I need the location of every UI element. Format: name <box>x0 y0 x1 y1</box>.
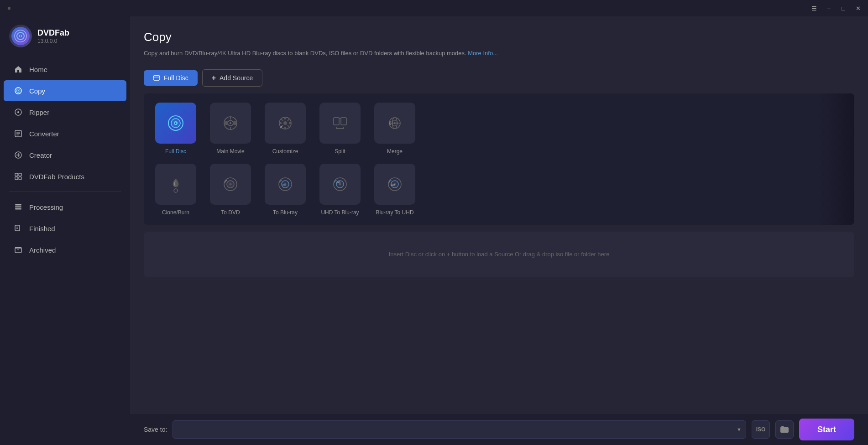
svg-rect-43 <box>233 121 236 125</box>
mode-label-to-blu-ray: To Blu-ray <box>273 209 298 216</box>
svg-rect-48 <box>279 122 282 124</box>
svg-rect-50 <box>334 118 339 125</box>
svg-text:UHD: UHD <box>336 181 340 184</box>
processing-icon <box>14 202 23 212</box>
home-icon <box>14 65 23 74</box>
mode-panel: Full Disc <box>144 93 854 225</box>
svg-rect-21 <box>15 207 21 208</box>
sidebar-item-label-creator: Creator <box>29 151 52 159</box>
mode-item-merge[interactable]: Merge <box>372 103 418 155</box>
mode-icon-clone-burn <box>155 164 196 205</box>
drop-zone-text: Insert Disc or click on + button to load… <box>389 251 610 258</box>
sidebar-item-label-home: Home <box>29 66 47 73</box>
mode-item-blu-ray-to-uhd[interactable]: UHD Blu-ray To UHD <box>372 164 418 216</box>
sidebar-item-archived[interactable]: Archived <box>4 239 126 260</box>
svg-rect-20 <box>15 204 21 206</box>
logo-text: DVDFab 13.0.0.0 <box>37 28 69 44</box>
sidebar-item-label-archived: Archived <box>29 246 56 254</box>
ripper-icon <box>14 108 23 117</box>
mode-icon-main-movie <box>210 103 251 144</box>
toolbar: Full Disc + Add Source <box>130 65 868 87</box>
svg-point-34 <box>175 122 177 124</box>
logo-icon <box>9 25 32 47</box>
content-header: Copy Copy and burn DVD/Blu-ray/4K Ultra … <box>130 16 868 65</box>
converter-icon <box>14 129 23 138</box>
start-button[interactable]: Start <box>799 419 854 440</box>
sidebar-item-converter[interactable]: Converter <box>4 123 126 144</box>
app-name: DVDFab <box>37 28 69 38</box>
svg-rect-29 <box>153 76 160 80</box>
nav-divider <box>9 191 121 192</box>
dvdfab-products-icon <box>14 172 23 181</box>
mode-item-to-dvd[interactable]: To DVD <box>208 164 253 216</box>
svg-rect-18 <box>15 177 18 180</box>
svg-rect-23 <box>15 225 20 231</box>
mode-item-customize[interactable]: Customize <box>262 103 308 155</box>
mode-icon-split <box>319 103 361 144</box>
menu-button[interactable]: ☰ <box>808 3 821 13</box>
mode-item-main-movie[interactable]: Main Movie <box>208 103 253 155</box>
mode-label-clone-burn: Clone/Burn <box>162 209 189 216</box>
close-button[interactable]: ✕ <box>852 3 864 13</box>
minimize-button[interactable]: – <box>822 3 835 13</box>
sidebar-header: DVDFab 13.0.0.0 <box>0 16 130 57</box>
full-disc-icon <box>153 74 160 82</box>
svg-point-60 <box>230 183 232 185</box>
save-to-dropdown[interactable] <box>173 420 746 439</box>
sidebar-item-ripper[interactable]: Ripper <box>4 102 126 123</box>
svg-point-6 <box>18 90 19 92</box>
sidebar-item-label-copy: Copy <box>29 87 45 95</box>
svg-rect-19 <box>19 177 21 180</box>
mode-label-blu-ray-to-uhd: Blu-ray To UHD <box>376 209 413 216</box>
more-info-link[interactable]: More Info... <box>468 50 498 57</box>
sidebar-item-copy[interactable]: Copy <box>4 80 126 101</box>
mode-grid: Full Disc <box>153 103 845 216</box>
bottom-bar: Save to: ▼ ISO Start <box>130 414 868 445</box>
svg-rect-46 <box>284 117 286 119</box>
mode-label-merge: Merge <box>387 148 403 155</box>
mode-item-to-blu-ray[interactable]: BD To Blu-ray <box>262 164 308 216</box>
svg-text:BD: BD <box>282 184 286 186</box>
page-description: Copy and burn DVD/Blu-ray/4K Ultra HD Bl… <box>144 49 854 58</box>
mode-item-split[interactable]: Split <box>317 103 363 155</box>
sidebar-item-finished[interactable]: Finished <box>4 218 126 239</box>
sidebar-nav: Home Copy <box>0 57 130 445</box>
svg-point-57 <box>174 189 178 192</box>
save-to-wrapper: ▼ <box>173 420 746 439</box>
svg-rect-47 <box>284 127 286 129</box>
sidebar-item-processing[interactable]: Processing <box>4 197 126 217</box>
sidebar-item-label-processing: Processing <box>29 203 63 211</box>
mode-icon-full-disc <box>155 103 196 144</box>
sidebar-item-dvdfab-products[interactable]: DVDFab Products <box>4 166 126 187</box>
sidebar-item-label-ripper: Ripper <box>29 109 49 116</box>
svg-rect-22 <box>15 208 21 210</box>
maximize-button[interactable]: □ <box>837 3 850 13</box>
mode-item-uhd-to-blu-ray[interactable]: UHD UHD To Blu-ray <box>317 164 363 216</box>
sidebar-item-label-finished: Finished <box>29 225 55 233</box>
mode-icon-to-dvd <box>210 164 251 205</box>
mode-icon-customize <box>265 103 306 144</box>
iso-button[interactable]: ISO <box>752 420 770 439</box>
sidebar-item-label-converter: Converter <box>29 130 59 138</box>
sidebar-item-label-dvdfab-products: DVDFab Products <box>29 173 84 181</box>
folder-button[interactable] <box>775 420 794 439</box>
mode-item-clone-burn[interactable]: Clone/Burn <box>153 164 199 216</box>
full-disc-button[interactable]: Full Disc <box>144 70 198 86</box>
sidebar-item-home[interactable]: Home <box>4 59 126 80</box>
app-container: DVDFab 13.0.0.0 Home <box>0 16 868 445</box>
sidebar: DVDFab 13.0.0.0 Home <box>0 16 130 445</box>
archived-icon <box>14 245 23 254</box>
mode-icon-to-blu-ray: BD <box>265 164 306 205</box>
svg-rect-42 <box>225 121 228 125</box>
add-source-button[interactable]: + Add Source <box>202 69 263 87</box>
finished-icon <box>14 224 23 233</box>
drop-zone[interactable]: Insert Disc or click on + button to load… <box>144 232 854 277</box>
mode-icon-blu-ray-to-uhd: UHD <box>374 164 415 205</box>
svg-rect-27 <box>15 247 21 248</box>
sidebar-item-creator[interactable]: Creator <box>4 145 126 166</box>
window-menu-icon: ■ <box>7 5 10 11</box>
svg-text:UHD: UHD <box>391 184 395 186</box>
mode-label-full-disc: Full Disc <box>165 148 186 155</box>
mode-item-full-disc[interactable]: Full Disc <box>153 103 199 155</box>
svg-point-3 <box>20 36 21 36</box>
